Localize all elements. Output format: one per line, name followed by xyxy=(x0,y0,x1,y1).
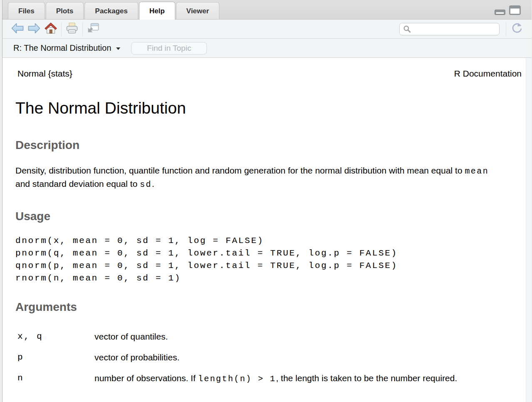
home-icon xyxy=(44,22,57,36)
arguments-table: x, qvector of quantiles.pvector of proba… xyxy=(15,330,522,385)
topic-selector[interactable]: R: The Normal Distribution xyxy=(13,43,120,53)
open-in-new-window-icon xyxy=(87,22,99,36)
refresh-button[interactable] xyxy=(508,21,525,37)
back-button[interactable] xyxy=(9,21,26,37)
caret-down-icon xyxy=(116,47,120,50)
argument-definition: vector of quantiles. xyxy=(94,330,168,343)
window-buttons xyxy=(495,5,521,17)
search-icon xyxy=(403,25,411,33)
tab-files[interactable]: Files xyxy=(8,2,45,19)
text-segment: Density, distribution function, quantile… xyxy=(15,166,465,175)
print-button[interactable] xyxy=(64,21,80,37)
argument-row: x, qvector of quantiles. xyxy=(15,330,522,343)
minimize-icon xyxy=(495,9,505,17)
help-content: Normal {stats} R Documentation The Norma… xyxy=(2,58,532,402)
toolbar-separator xyxy=(506,22,506,36)
page-ref: Normal {stats} xyxy=(15,69,72,79)
argument-term: x, q xyxy=(15,330,94,343)
home-button[interactable] xyxy=(42,21,59,37)
section-heading-description: Description xyxy=(15,139,522,152)
refresh-icon xyxy=(510,22,523,36)
doc-label: R Documentation xyxy=(454,69,522,79)
r-doc-page: Normal {stats} R Documentation The Norma… xyxy=(2,58,532,385)
description-paragraph: Density, distribution function, quantile… xyxy=(15,164,497,191)
help-pane: FilesPlotsPackagesHelpViewer xyxy=(2,0,532,402)
forward-arrow-icon xyxy=(27,22,41,36)
text-segment: . xyxy=(152,179,154,189)
inline-code: length(n) > 1 xyxy=(198,374,276,384)
tab-plots[interactable]: Plots xyxy=(46,2,84,19)
tab-bar: FilesPlotsPackagesHelpViewer xyxy=(2,0,532,20)
argument-definition: number of observations. If length(n) > 1… xyxy=(94,372,457,385)
help-toolbar xyxy=(2,20,532,39)
topic-title: R: The Normal Distribution xyxy=(13,43,111,53)
text-segment: and standard deviation equal to xyxy=(15,179,140,189)
text-segment: , the length is taken to be the number r… xyxy=(276,373,457,383)
usage-code: dnorm(x, mean = 0, sd = 1, log = FALSE) … xyxy=(15,235,522,285)
section-heading-usage: Usage xyxy=(15,210,522,223)
search-input[interactable] xyxy=(414,25,508,34)
forward-button[interactable] xyxy=(26,21,42,37)
text-segment: number of observations. If xyxy=(94,373,198,383)
tab-packages[interactable]: Packages xyxy=(85,2,138,19)
page-title: The Normal Distribution xyxy=(15,99,522,118)
topic-bar: R: The Normal Distribution xyxy=(2,39,532,58)
maximize-icon xyxy=(509,5,521,17)
text-segment: vector of quantiles. xyxy=(94,332,168,341)
vertical-scrollbar[interactable] xyxy=(526,58,532,402)
text-segment: vector of probabilities. xyxy=(94,352,179,362)
argument-row: pvector of probabilities. xyxy=(15,351,522,364)
argument-term: n xyxy=(15,372,94,385)
section-heading-arguments: Arguments xyxy=(15,300,522,314)
printer-icon xyxy=(65,22,79,36)
find-in-topic-input[interactable] xyxy=(131,42,207,55)
argument-row: nnumber of observations. If length(n) > … xyxy=(15,372,522,385)
open-in-new-window-button[interactable] xyxy=(85,21,102,37)
toolbar-separator xyxy=(61,22,62,36)
tab-viewer[interactable]: Viewer xyxy=(176,2,220,19)
minimize-button[interactable] xyxy=(495,9,505,17)
doc-header: Normal {stats} R Documentation xyxy=(15,69,522,79)
inline-code: mean xyxy=(465,166,489,176)
back-arrow-icon xyxy=(11,22,24,36)
help-search-box xyxy=(399,23,500,35)
tab-bar-tabs: FilesPlotsPackagesHelpViewer xyxy=(2,2,220,19)
argument-term: p xyxy=(15,351,94,364)
inline-code: sd xyxy=(140,180,152,189)
toolbar-separator xyxy=(82,22,83,36)
argument-definition: vector of probabilities. xyxy=(94,351,179,364)
maximize-button[interactable] xyxy=(509,5,521,17)
tab-help[interactable]: Help xyxy=(139,2,175,20)
